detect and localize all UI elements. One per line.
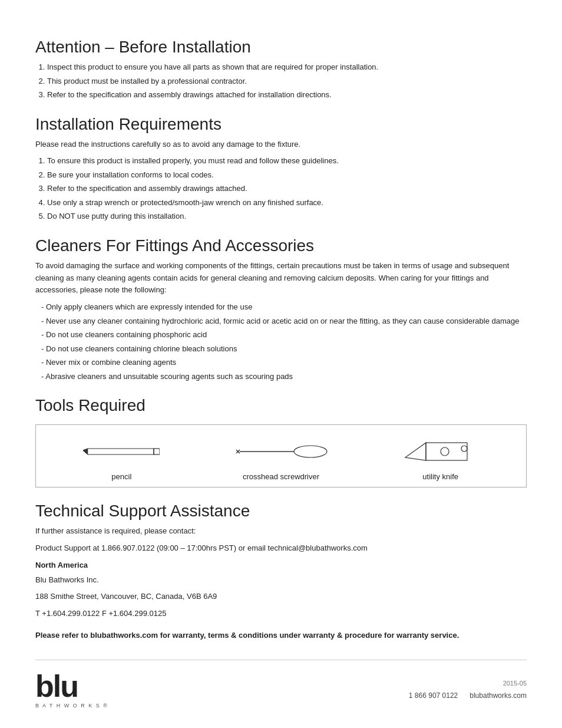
svg-marker-7: [405, 443, 426, 460]
tools-section: Tools Required pencil: [35, 396, 527, 487]
install-item-5: Do NOT use putty during this installatio…: [47, 210, 527, 222]
knife-icon-container: [402, 437, 479, 466]
attention-heading: Attention – Before Installation: [35, 38, 527, 57]
svg-point-3: [294, 446, 327, 457]
cleaners-list: Only apply cleaners which are expressly …: [41, 301, 527, 382]
tech-support-contact: Product Support at 1.866.907.0122 (09:00…: [35, 542, 527, 555]
footer-date: 2015-05: [409, 680, 527, 687]
pencil-icon-container: [83, 437, 160, 466]
logo-blu-text: blu: [35, 671, 78, 701]
tools-box: pencil crosshead screwdriver: [35, 424, 527, 487]
svg-point-9: [441, 447, 449, 456]
install-item-2: Be sure your installation conforms to lo…: [47, 169, 527, 181]
cleaners-heading: Cleaners For Fittings And Accessories: [35, 236, 527, 255]
knife-icon: [402, 437, 479, 466]
cleaner-item-6: Abrasive cleaners and unsuitable scourin…: [41, 371, 527, 383]
screwdriver-icon: [234, 443, 328, 460]
install-item-4: Use only a strap wrench or protected/smo…: [47, 197, 527, 209]
footer-phone: 1 866 907 0122: [409, 691, 458, 700]
cleaner-item-2: Never use any cleaner containing hydroch…: [41, 315, 527, 327]
installation-list: To ensure this product is installed prop…: [47, 155, 527, 222]
logo-bathworks-text: B A T H W O R K S ®: [35, 703, 108, 709]
tech-support-heading: Technical Support Assistance: [35, 502, 527, 521]
footer-logo: blu B A T H W O R K S ®: [35, 671, 108, 709]
cleaner-item-3: Do not use cleaners containing phosphori…: [41, 329, 527, 341]
pencil-icon: [83, 443, 160, 460]
company-phone-fax: T +1.604.299.0122 F +1.604.299.0125: [35, 608, 527, 620]
svg-point-10: [461, 446, 467, 452]
svg-marker-0: [83, 449, 154, 454]
svg-marker-1: [83, 449, 88, 454]
tool-pencil: pencil: [42, 437, 201, 481]
footer-right: 2015-05 1 866 907 0122 blubathworks.com: [409, 680, 527, 700]
tool-knife: utility knife: [361, 437, 520, 481]
install-item-3: Refer to the specification and assembly …: [47, 183, 527, 195]
warranty-note: Please refer to blubathworks.com for war…: [35, 630, 527, 642]
screwdriver-label: crosshead screwdriver: [243, 472, 319, 481]
cleaner-item-5: Never mix or combine cleaning agents: [41, 357, 527, 368]
cleaners-intro: To avoid damaging the surface and workin…: [35, 260, 527, 297]
svg-rect-8: [426, 443, 467, 460]
tool-screwdriver: crosshead screwdriver: [201, 437, 361, 481]
attention-item-1: Inspect this product to ensure you have …: [47, 61, 527, 73]
tech-support-section: Technical Support Assistance If further …: [35, 502, 527, 642]
footer: blu B A T H W O R K S ® 2015-05 1 866 90…: [35, 660, 527, 718]
svg-rect-2: [154, 449, 160, 454]
installation-heading: Installation Requirements: [35, 115, 527, 134]
installation-intro: Please read the instructions carefully s…: [35, 139, 527, 151]
attention-section: Attention – Before Installation Inspect …: [35, 38, 527, 101]
tools-heading: Tools Required: [35, 396, 527, 415]
pencil-label: pencil: [111, 472, 131, 481]
attention-list: Inspect this product to ensure you have …: [47, 61, 527, 101]
cleaners-section: Cleaners For Fittings And Accessories To…: [35, 236, 527, 382]
region-label: North America: [35, 559, 527, 572]
attention-item-2: This product must be installed by a prof…: [47, 75, 527, 87]
screwdriver-icon-container: [234, 437, 328, 466]
knife-label: utility knife: [422, 472, 458, 481]
footer-contact: 1 866 907 0122 blubathworks.com: [409, 691, 527, 700]
company-name: Blu Bathworks Inc.: [35, 574, 527, 587]
company-address: 188 Smithe Street, Vancouver, BC, Canada…: [35, 591, 527, 603]
installation-section: Installation Requirements Please read th…: [35, 115, 527, 222]
install-item-1: To ensure this product is installed prop…: [47, 155, 527, 167]
cleaner-item-1: Only apply cleaners which are expressly …: [41, 301, 527, 313]
tech-support-intro: If further assistance is required, pleas…: [35, 525, 527, 538]
attention-item-3: Refer to the specification and assembly …: [47, 89, 527, 101]
cleaner-item-4: Do not use cleaners containing chlorine …: [41, 343, 527, 355]
footer-website: blubathworks.com: [470, 691, 527, 700]
